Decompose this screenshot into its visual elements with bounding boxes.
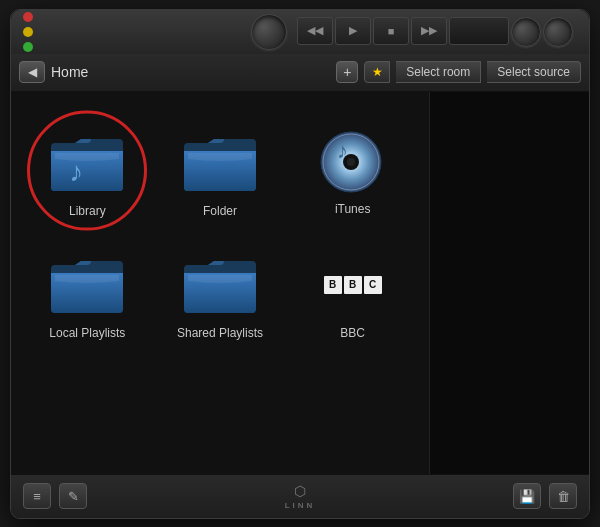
play-pause-button[interactable]: ▶ bbox=[335, 17, 371, 45]
transport-controls: ◀◀ ▶ ■ ▶▶ bbox=[251, 14, 573, 50]
local-playlists-icon bbox=[47, 250, 127, 320]
minimize-button[interactable] bbox=[23, 27, 33, 37]
title-bar: ◀◀ ▶ ■ ▶▶ bbox=[11, 10, 589, 54]
select-room-label: Select room bbox=[406, 65, 470, 79]
bbc-logo: B B C bbox=[324, 276, 382, 294]
browse-pane: ♪ Library bbox=[11, 92, 429, 474]
shared-playlists-item[interactable]: Shared Playlists bbox=[154, 234, 287, 356]
app-window: ◀◀ ▶ ■ ▶▶ ◀ Home + ★ Select room Select … bbox=[10, 9, 590, 519]
local-playlists-label: Local Playlists bbox=[49, 326, 125, 340]
folder-label: Folder bbox=[203, 204, 237, 218]
itunes-item[interactable]: ♪ iTunes bbox=[286, 112, 419, 234]
linn-logo: LINN bbox=[285, 501, 316, 510]
back-icon: ◀ bbox=[28, 65, 37, 79]
back-button[interactable]: ◀ bbox=[19, 61, 45, 83]
linn-icon: ⬡ bbox=[294, 483, 306, 499]
select-source-label: Select source bbox=[497, 65, 570, 79]
main-content: ♪ Library bbox=[11, 92, 589, 474]
detail-pane bbox=[429, 92, 589, 474]
edit-icon: ✎ bbox=[68, 489, 79, 504]
bbc-item[interactable]: B B C BBC bbox=[286, 234, 419, 356]
local-playlists-item[interactable]: Local Playlists bbox=[21, 234, 154, 356]
bottom-right-controls: 💾 🗑 bbox=[513, 483, 577, 509]
library-item[interactable]: ♪ Library bbox=[21, 112, 154, 234]
close-button[interactable] bbox=[23, 12, 33, 22]
add-button[interactable]: + bbox=[336, 61, 358, 83]
shared-playlists-label: Shared Playlists bbox=[177, 326, 263, 340]
folder-icon bbox=[180, 128, 260, 198]
maximize-button[interactable] bbox=[23, 42, 33, 52]
bottom-center: ⬡ LINN bbox=[285, 483, 316, 510]
traffic-lights bbox=[23, 12, 33, 52]
add-icon: + bbox=[343, 64, 351, 80]
bottom-bar: ≡ ✎ ⬡ LINN 💾 🗑 bbox=[11, 474, 589, 518]
itunes-label: iTunes bbox=[335, 202, 371, 216]
trash-icon: 🗑 bbox=[557, 489, 570, 504]
toolbar: ◀ Home + ★ Select room Select source bbox=[11, 54, 589, 92]
progress-bar[interactable] bbox=[449, 17, 509, 45]
volume-knob[interactable] bbox=[251, 14, 287, 50]
select-source-button[interactable]: Select source bbox=[487, 61, 581, 83]
prev-button[interactable]: ◀◀ bbox=[297, 17, 333, 45]
shared-playlists-icon bbox=[180, 250, 260, 320]
bottom-left-controls: ≡ ✎ bbox=[23, 483, 87, 509]
favorites-button[interactable]: ★ bbox=[364, 61, 390, 83]
bass-knob[interactable] bbox=[511, 17, 541, 47]
save-icon: 💾 bbox=[519, 489, 535, 504]
edit-button[interactable]: ✎ bbox=[59, 483, 87, 509]
bbc-icon: B B C bbox=[313, 250, 393, 320]
next-button[interactable]: ▶▶ bbox=[411, 17, 447, 45]
breadcrumb: Home bbox=[51, 64, 330, 80]
bbc-label: BBC bbox=[340, 326, 365, 340]
library-label: Library bbox=[69, 204, 106, 218]
itunes-icon: ♪ bbox=[317, 128, 389, 196]
list-icon: ≡ bbox=[33, 489, 41, 504]
save-button[interactable]: 💾 bbox=[513, 483, 541, 509]
svg-point-4 bbox=[347, 158, 355, 166]
folder-item[interactable]: Folder bbox=[154, 112, 287, 234]
treble-knob[interactable] bbox=[543, 17, 573, 47]
list-view-button[interactable]: ≡ bbox=[23, 483, 51, 509]
select-room-button[interactable]: Select room bbox=[396, 61, 481, 83]
stop-button[interactable]: ■ bbox=[373, 17, 409, 45]
delete-button[interactable]: 🗑 bbox=[549, 483, 577, 509]
library-icon: ♪ bbox=[47, 128, 127, 198]
star-icon: ★ bbox=[372, 65, 383, 79]
svg-text:♪: ♪ bbox=[337, 138, 348, 163]
